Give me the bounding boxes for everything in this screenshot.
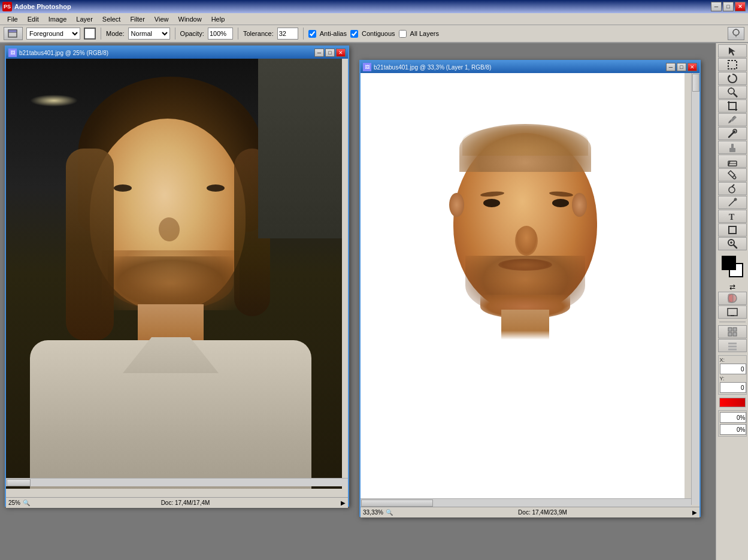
screen-mode-button[interactable] [718, 305, 747, 319]
left-hair-side [66, 149, 114, 340]
doc2-h-scrollbar[interactable] [361, 498, 691, 507]
menu-select[interactable]: Select [98, 15, 126, 23]
ex-right-eye [552, 199, 569, 207]
title-bar: PS Adobe Photoshop ─ □ ✕ [0, 0, 748, 13]
doc1-maximize[interactable]: □ [325, 49, 335, 57]
svg-rect-39 [733, 332, 737, 336]
menu-layer[interactable]: Layer [71, 15, 98, 23]
svg-rect-7 [728, 60, 737, 69]
contiguous-label: Contiguous [362, 30, 395, 37]
doc1-close[interactable]: ✕ [336, 49, 346, 57]
menu-image[interactable]: Image [44, 15, 72, 23]
percent-input-1[interactable] [720, 412, 746, 423]
tool-dodge[interactable] [718, 182, 747, 195]
ex-nose [515, 226, 538, 256]
svg-rect-27 [729, 226, 736, 234]
tool-crop[interactable] [718, 99, 747, 113]
doc2-h-thumb[interactable] [361, 500, 433, 507]
options-right-tool [728, 27, 744, 40]
separator-1 [101, 28, 101, 40]
tool-shape[interactable] [718, 223, 747, 237]
tool-pen[interactable] [718, 196, 747, 209]
all-layers-checkbox[interactable] [399, 30, 407, 38]
doc2-v-thumb[interactable] [692, 74, 699, 92]
doc2-close[interactable]: ✕ [688, 63, 697, 71]
tools-separator [719, 322, 746, 322]
fg-color-swatch[interactable] [722, 256, 736, 270]
right-tool-strip: T ⇄ X: [716, 43, 748, 560]
tool-marquee[interactable] [718, 58, 747, 71]
switch-fg-bg[interactable]: ⇄ [719, 283, 746, 291]
svg-point-2 [733, 29, 739, 35]
tool-eyedropper[interactable] [718, 113, 747, 126]
menu-view[interactable]: View [150, 15, 174, 23]
document-window-2: 🖼 b21tabus401.jpg @ 33,3% (Layer 1, RGB/… [359, 60, 701, 517]
doc1-h-thumb[interactable] [7, 479, 31, 486]
quick-mask-button[interactable] [718, 292, 747, 305]
foreground-select[interactable]: Foreground [26, 28, 80, 40]
close-button[interactable]: ✕ [735, 2, 746, 11]
doc2-title: b21tabus401.jpg @ 33,3% (Layer 1, RGB/8) [374, 64, 491, 71]
left-ear [449, 193, 464, 217]
percent-input-2[interactable] [720, 424, 746, 435]
doc2-arrow: ▶ [692, 509, 697, 516]
doc2-zoom: 33,33% [363, 509, 383, 516]
tolerance-input[interactable] [277, 28, 298, 40]
num-inputs-panel: X: 0 Y: 0 [718, 355, 747, 395]
color-swatch[interactable] [84, 28, 96, 40]
tool-arrow[interactable] [718, 44, 747, 57]
maximize-button[interactable]: □ [723, 2, 734, 11]
svg-rect-33 [728, 294, 733, 302]
anti-alias-checkbox[interactable] [308, 30, 316, 38]
mode-select[interactable]: Normal [128, 28, 170, 40]
svg-rect-18 [729, 148, 735, 152]
doc1-minimize[interactable]: ─ [314, 49, 324, 57]
color-strip-red[interactable] [719, 398, 746, 407]
doc2-doc-info: Doc: 17,4M/23,9M [395, 509, 690, 516]
menu-window[interactable]: Window [174, 15, 207, 23]
ex-neck [501, 310, 549, 340]
panel-option-1[interactable] [718, 325, 747, 338]
fg-bg-color-picker[interactable] [719, 253, 746, 280]
eyedropper-button[interactable] [728, 27, 744, 40]
menu-help[interactable]: Help [207, 15, 230, 23]
tool-eraser[interactable] [718, 155, 747, 168]
menu-edit[interactable]: Edit [23, 15, 44, 23]
minimize-button[interactable]: ─ [711, 2, 722, 11]
menu-bar: File Edit Image Layer Select Filter View… [0, 13, 748, 25]
doc1-h-scrollbar[interactable] [6, 478, 348, 486]
x-input[interactable]: 0 [720, 364, 746, 374]
svg-point-23 [729, 187, 735, 193]
beard [108, 256, 234, 310]
tool-paint-bucket[interactable] [718, 168, 747, 181]
mode-label: Mode: [106, 30, 125, 37]
right-eye [207, 184, 225, 192]
menu-filter[interactable]: Filter [125, 15, 149, 23]
doc1-title: b21tabus401.jpg @ 25% (RGB/8) [19, 50, 108, 56]
ex-hair-top [462, 126, 588, 156]
doc1-icon: 🖼 [8, 49, 17, 57]
doc2-maximize[interactable]: □ [677, 63, 686, 71]
ceiling-light [30, 95, 78, 107]
tool-zoom[interactable] [718, 237, 747, 250]
menu-file[interactable]: File [2, 15, 23, 23]
y-input[interactable]: 0 [720, 382, 746, 393]
right-ear [572, 193, 587, 217]
doc2-minimize[interactable]: ─ [666, 63, 676, 71]
panel-option-2[interactable] [718, 339, 747, 352]
workspace: 🖼 b21tabus401.jpg @ 25% (RGB/8) ─ □ ✕ [0, 43, 748, 560]
percent-inputs-panel [718, 410, 747, 437]
tool-select-button[interactable] [4, 27, 23, 40]
svg-rect-37 [733, 328, 737, 331]
tool-magic-wand[interactable] [718, 86, 747, 99]
tool-lasso[interactable] [718, 72, 747, 85]
doc2-v-scrollbar[interactable] [691, 73, 699, 505]
doc2-icon: 🖼 [363, 63, 371, 71]
opacity-input[interactable] [208, 28, 233, 40]
y-label: Y: [720, 376, 745, 382]
tool-brush[interactable] [718, 127, 747, 140]
doc1-titlebar: 🖼 b21tabus401.jpg @ 25% (RGB/8) ─ □ ✕ [6, 47, 348, 59]
contiguous-checkbox[interactable] [350, 30, 358, 38]
tool-stamp[interactable] [718, 141, 747, 154]
tool-text[interactable]: T [718, 210, 747, 223]
